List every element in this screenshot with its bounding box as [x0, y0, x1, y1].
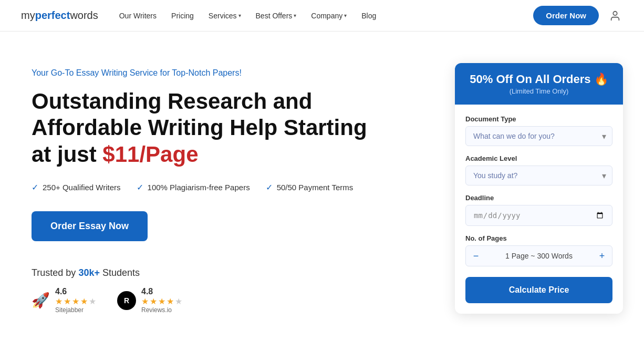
main-content: Your Go-To Essay Writing Service for Top… [0, 32, 644, 335]
pages-plus-button[interactable]: + [592, 246, 612, 266]
star-2: ★ [64, 296, 71, 306]
feature-plagiarism: ✓ 100% Plagiarism-free Papers [137, 182, 250, 192]
reviewsio-label: Reviews.io [141, 306, 182, 314]
pages-group: No. of Pages − 1 Page ~ 300 Words + [465, 234, 612, 266]
star-r1: ★ [141, 296, 149, 306]
form-banner: 50% Off On All Orders 🔥 (Limited Time On… [455, 63, 623, 105]
feature-writers-text: 250+ Qualified Writers [43, 183, 121, 192]
rating-reviewsio: R 4.8 ★ ★ ★ ★ ★ Reviews.io [117, 287, 182, 314]
feature-payment: ✓ 50/50 Payment Terms [266, 182, 354, 192]
sitejabber-logo: 🚀 [32, 292, 50, 309]
headline-price: $11/Page [102, 142, 198, 167]
logo-my: my [21, 9, 35, 21]
navbar: myperfectwords Our Writers Pricing Servi… [0, 0, 644, 32]
check-icon-payment: ✓ [266, 182, 273, 192]
form-banner-subtitle: (Limited Time Only) [465, 87, 612, 95]
document-type-select[interactable]: What can we do for you? Essay Research P… [465, 126, 612, 146]
check-icon-plagiarism: ✓ [137, 182, 143, 192]
order-essay-button[interactable]: Order Essay Now [32, 211, 148, 241]
reviewsio-score: 4.8 [141, 287, 182, 296]
star-3: ★ [72, 296, 79, 306]
nav-company[interactable]: Company ▾ [311, 12, 347, 20]
user-icon[interactable] [607, 8, 623, 24]
hero-headline: Outstanding Research and Affordable Writ… [32, 88, 434, 168]
nav-best-offers[interactable]: Best Offers ▾ [256, 12, 297, 20]
check-icon-writers: ✓ [32, 182, 38, 192]
star-r4: ★ [167, 296, 174, 306]
star-r2: ★ [150, 296, 157, 306]
pages-minus-button[interactable]: − [466, 246, 486, 266]
reviewsio-logo: R [117, 291, 136, 310]
sitejabber-icon: 🚀 [32, 292, 50, 309]
logo-perfect: perfect [35, 9, 70, 21]
sitejabber-stars: ★ ★ ★ ★ ★ [55, 296, 96, 306]
nav-right: Order Now [533, 6, 623, 25]
star-5: ★ [89, 296, 96, 306]
order-form-card: 50% Off On All Orders 🔥 (Limited Time On… [455, 63, 623, 314]
feature-writers: ✓ 250+ Qualified Writers [32, 182, 121, 192]
document-type-group: Document Type What can we do for you? Es… [465, 115, 612, 146]
sitejabber-label: Sitejabber [55, 306, 96, 314]
star-4: ★ [80, 296, 88, 306]
features-list: ✓ 250+ Qualified Writers ✓ 100% Plagiari… [32, 182, 434, 192]
pages-control: − 1 Page ~ 300 Words + [465, 245, 612, 266]
reviewsio-info: 4.8 ★ ★ ★ ★ ★ Reviews.io [141, 287, 182, 314]
academic-level-label: Academic Level [465, 154, 612, 162]
reviewsio-icon: R [117, 291, 136, 310]
deadline-label: Deadline [465, 194, 612, 202]
svg-point-0 [613, 11, 617, 15]
logo[interactable]: myperfectwords [21, 9, 98, 22]
hero-section: Your Go-To Essay Writing Service for Top… [32, 63, 434, 314]
form-banner-title: 50% Off On All Orders 🔥 [465, 73, 612, 86]
nav-our-writers[interactable]: Our Writers [119, 12, 157, 20]
nav-links: Our Writers Pricing Services ▾ Best Offe… [119, 12, 534, 20]
form-body: Document Type What can we do for you? Es… [455, 105, 623, 314]
nav-blog[interactable]: Blog [361, 12, 376, 20]
company-dropdown-arrow: ▾ [344, 13, 347, 18]
academic-level-select[interactable]: You study at? High School Undergraduate … [465, 166, 612, 185]
star-1: ★ [55, 296, 63, 306]
star-r5: ★ [175, 296, 182, 306]
reviewsio-stars: ★ ★ ★ ★ ★ [141, 296, 182, 306]
ratings-row: 🚀 4.6 ★ ★ ★ ★ ★ Sitejabber [32, 287, 434, 314]
document-type-wrapper: What can we do for you? Essay Research P… [465, 126, 612, 146]
star-r3: ★ [158, 296, 165, 306]
trust-title: Trusted by 30k+ Students [32, 267, 434, 279]
hero-tagline: Your Go-To Essay Writing Service for Top… [32, 68, 434, 78]
academic-level-group: Academic Level You study at? High School… [465, 154, 612, 185]
best-offers-dropdown-arrow: ▾ [294, 13, 296, 18]
logo-words: words [70, 9, 98, 21]
trust-count: 30k+ [78, 267, 100, 278]
pages-label: No. of Pages [465, 234, 612, 242]
trust-section: Trusted by 30k+ Students 🚀 4.6 ★ ★ ★ ★ [32, 267, 434, 314]
document-type-label: Document Type [465, 115, 612, 123]
services-dropdown-arrow: ▾ [238, 13, 241, 18]
feature-payment-text: 50/50 Payment Terms [277, 183, 354, 192]
nav-services[interactable]: Services ▾ [209, 12, 241, 20]
sitejabber-score: 4.6 [55, 287, 96, 296]
nav-pricing[interactable]: Pricing [171, 12, 194, 20]
headline-part1: Outstanding Research and [32, 89, 312, 114]
headline-part3: at just [32, 142, 102, 167]
order-now-button[interactable]: Order Now [533, 6, 599, 25]
academic-level-wrapper: You study at? High School Undergraduate … [465, 166, 612, 185]
feature-plagiarism-text: 100% Plagiarism-free Papers [148, 183, 250, 192]
pages-value-display: 1 Page ~ 300 Words [486, 252, 592, 260]
deadline-input[interactable] [465, 205, 612, 226]
deadline-group: Deadline [465, 194, 612, 226]
headline-part2: Affordable Writing Help Starting [32, 115, 367, 140]
sitejabber-info: 4.6 ★ ★ ★ ★ ★ Sitejabber [55, 287, 96, 314]
rating-sitejabber: 🚀 4.6 ★ ★ ★ ★ ★ Sitejabber [32, 287, 96, 314]
calculate-price-button[interactable]: Calculate Price [465, 277, 612, 303]
